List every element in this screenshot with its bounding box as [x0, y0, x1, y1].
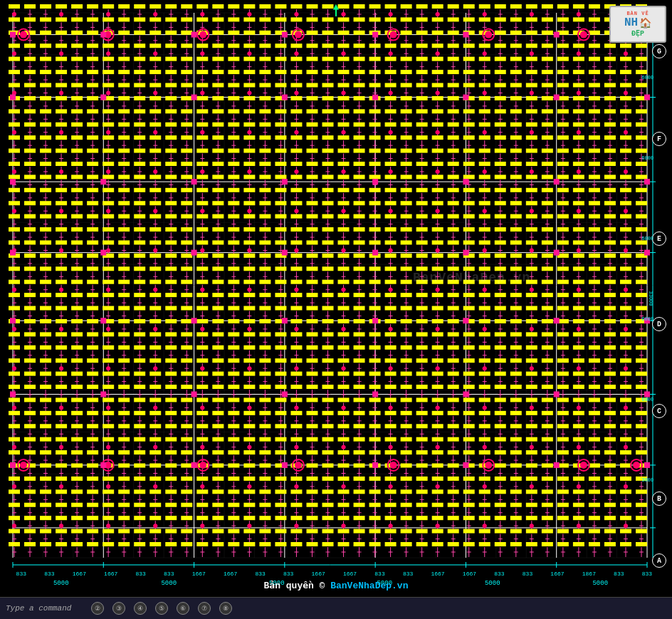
axis-label-d: D — [652, 317, 666, 331]
north-arrow: ▲ — [333, 1, 339, 13]
logo-nha: NH — [624, 16, 638, 29]
copyright-bar: Bản quyền © BanVeNhaDep.vn — [0, 580, 672, 591]
axis-num-2[interactable]: ② — [91, 602, 104, 615]
axis-label-b: B — [652, 491, 666, 506]
dim-833-11: 833 — [614, 571, 624, 577]
axis-label-a: A — [652, 553, 666, 568]
dim-833-1: 833 — [16, 571, 26, 577]
dim-833-6: 833 — [283, 571, 293, 577]
dim-833-3: 833 — [135, 571, 145, 577]
axis-label-g: G — [652, 44, 666, 58]
right-dim-4: 6000 — [641, 316, 653, 322]
dim-833-5: 833 — [255, 571, 265, 577]
dim-1667-1: 1667 — [73, 571, 86, 577]
dim-833-10: 833 — [523, 571, 532, 577]
logo-dep: ĐẸP — [631, 29, 644, 38]
right-dim-2: 6000 — [641, 155, 653, 161]
dim-1667-9: 1667 — [550, 571, 564, 577]
command-prompt: Type a command — [6, 604, 71, 613]
total-dim-right: 33000 — [648, 291, 653, 306]
right-dimensions: 6000 6000 6000 6000 6000 3000 — [641, 0, 653, 558]
dim-1867: 1867 — [582, 571, 596, 577]
axis-num-3[interactable]: ③ — [112, 602, 125, 615]
right-dim-1: 6000 — [641, 75, 653, 80]
right-dim-5: 6000 — [641, 397, 653, 402]
dim-1667-7: 1667 — [431, 571, 444, 577]
dim-833-9: 833 — [494, 571, 504, 577]
dim-1667-5: 1667 — [312, 571, 325, 577]
dim-1667-4: 1667 — [224, 571, 237, 577]
axis-label-c: C — [652, 404, 666, 418]
axis-num-6[interactable]: ⑥ — [177, 602, 189, 615]
dim-1667-8: 1667 — [463, 571, 476, 577]
dim-1667-6: 1667 — [343, 571, 357, 577]
axis-num-4[interactable]: ④ — [134, 602, 147, 615]
logo-ban-ve: BÀN VẼ — [626, 11, 649, 16]
copyright-text: Bản quyền © — [264, 581, 331, 591]
copyright-site: BanVeNhaDep.vn — [330, 581, 408, 591]
axis-number-buttons: ② ③ ④ ⑤ ⑥ ⑦ ⑧ — [91, 602, 232, 615]
logo-box: BÀN VẼ NH 🏠 ĐẸP — [609, 6, 666, 43]
cad-canvas — [0, 0, 672, 597]
dim-1667-3: 1667 — [192, 571, 206, 577]
dim-833-4: 833 — [164, 571, 174, 577]
axis-label-e: E — [652, 232, 666, 246]
axis-num-7[interactable]: ⑦ — [198, 602, 211, 615]
dimension-line-bottom: 833 833 1667 1667 833 833 1667 1667 833 … — [7, 571, 661, 577]
right-dim-3: 6000 — [641, 236, 653, 241]
cad-drawing-area: ▲ BÀN VẼ NH 🏠 ĐẸP BanVeNhaDep.vn G F E D… — [0, 0, 672, 597]
axis-num-8[interactable]: ⑧ — [219, 602, 232, 615]
right-dim-6: 3000 — [641, 477, 653, 483]
dim-833-8: 833 — [403, 571, 413, 577]
axis-num-5[interactable]: ⑤ — [155, 602, 168, 615]
dim-1667-2: 1667 — [104, 571, 117, 577]
dim-833-2: 833 — [44, 571, 54, 577]
dim-833-7: 833 — [374, 571, 384, 577]
logo-house-icon: 🏠 — [639, 17, 651, 29]
axis-label-f: F — [652, 132, 666, 146]
command-bar[interactable]: Type a command ② ③ ④ ⑤ ⑥ ⑦ ⑧ — [0, 597, 672, 619]
dim-833-12: 833 — [642, 571, 652, 577]
